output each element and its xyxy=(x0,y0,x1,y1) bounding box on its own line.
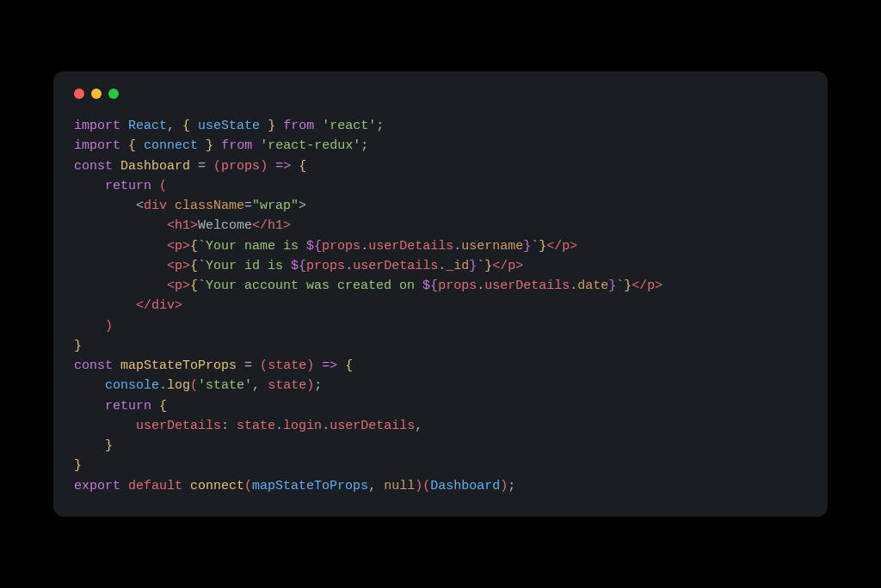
code-line-15: return { xyxy=(74,399,167,413)
code-line-17: } xyxy=(74,438,113,453)
window-controls xyxy=(74,89,807,99)
code-line-10: </div> xyxy=(74,298,182,313)
code-window: import React, { useState } from 'react';… xyxy=(53,71,828,517)
code-line-6: <h1>Welcome</h1> xyxy=(74,218,291,233)
minimize-button[interactable] xyxy=(91,89,102,99)
code-line-4: return ( xyxy=(74,179,167,193)
code-line-16: userDetails: state.login.userDetails, xyxy=(74,419,422,433)
code-line-13: const mapStateToProps = (state) => { xyxy=(74,358,353,373)
code-line-7: <p>{`Your name is ${props.userDetails.us… xyxy=(74,239,577,254)
code-line-12: } xyxy=(74,339,82,353)
code-line-9: <p>{`Your account was created on ${props… xyxy=(74,279,662,293)
code-line-18: } xyxy=(74,458,82,473)
code-editor[interactable]: import React, { useState } from 'react';… xyxy=(74,116,807,496)
code-line-14: console.log('state', state); xyxy=(74,378,322,393)
code-line-5: <div className="wrap"> xyxy=(74,199,306,213)
code-line-3: const Dashboard = (props) => { xyxy=(74,159,306,174)
code-line-11: ) xyxy=(74,319,113,334)
code-line-19: export default connect(mapStateToProps, … xyxy=(74,479,515,493)
code-line-1: import React, { useState } from 'react'; xyxy=(74,119,384,133)
code-line-8: <p>{`Your id is ${props.userDetails._id}… xyxy=(74,259,523,273)
code-line-2: import { connect } from 'react-redux'; xyxy=(74,138,368,153)
maximize-button[interactable] xyxy=(108,89,119,99)
close-button[interactable] xyxy=(74,89,84,99)
